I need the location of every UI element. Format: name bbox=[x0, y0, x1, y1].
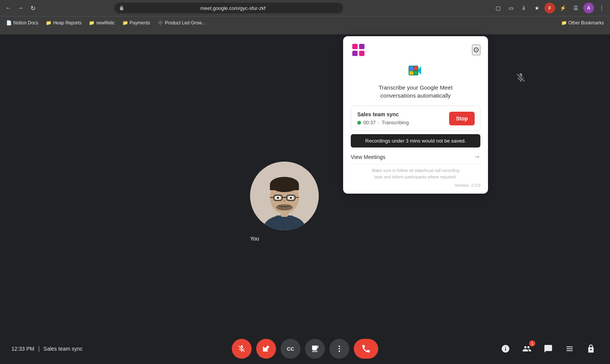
participants-badge: 1 bbox=[529, 340, 535, 346]
mute-indicator bbox=[515, 72, 526, 85]
sidebar-icon[interactable]: ☰ bbox=[570, 3, 581, 13]
info-button[interactable] bbox=[498, 341, 513, 356]
camera-button[interactable] bbox=[256, 339, 276, 359]
meeting-name-label: Sales team sync bbox=[43, 346, 83, 352]
bookmark-heap-reports[interactable]: 📁 Heap Reports bbox=[43, 19, 84, 27]
lock-icon bbox=[119, 5, 124, 11]
more-icon bbox=[335, 345, 344, 353]
captions-button[interactable]: CC bbox=[281, 339, 300, 359]
present-button[interactable] bbox=[305, 339, 325, 359]
meet-area: You ⚙ bbox=[0, 34, 610, 364]
svg-rect-18 bbox=[352, 51, 358, 56]
svg-point-15 bbox=[276, 204, 293, 210]
present-icon bbox=[311, 345, 319, 353]
recording-sep: · bbox=[378, 120, 380, 125]
recording-status-text: Transcribing bbox=[382, 120, 409, 125]
folder-icon: 📁 bbox=[561, 20, 567, 26]
profile-avatar[interactable]: A bbox=[583, 3, 594, 13]
popup-header: ⚙ bbox=[343, 36, 488, 62]
svg-rect-16 bbox=[352, 44, 358, 49]
mic-off-icon bbox=[515, 72, 526, 83]
svg-rect-25 bbox=[414, 71, 417, 75]
extension-icon-red[interactable]: F bbox=[544, 3, 555, 13]
forward-button[interactable]: → bbox=[15, 3, 26, 13]
recording-dot bbox=[357, 121, 361, 125]
user-video: You bbox=[250, 162, 319, 230]
end-call-button[interactable] bbox=[354, 339, 378, 359]
pip-icon[interactable]: ▭ bbox=[506, 3, 516, 13]
avatar-circle bbox=[250, 162, 319, 230]
time-display: 12:33 PM | Sales team sync bbox=[11, 345, 83, 352]
bookmark-payments-label: Payments bbox=[130, 20, 150, 26]
meet-icon-row bbox=[351, 62, 480, 79]
bookmark-notion-label: Notion Docs bbox=[13, 20, 38, 26]
other-bookmarks[interactable]: 📁 Other Bookmarks bbox=[558, 19, 607, 27]
svg-point-28 bbox=[339, 351, 340, 352]
screen-capture-icon[interactable]: ▢ bbox=[493, 3, 503, 13]
menu-icon[interactable]: ⋮ bbox=[596, 3, 607, 13]
popup-body: Transcribe your Google Meet conversation… bbox=[343, 62, 488, 194]
bookmark-heap-label: Heap Reports bbox=[53, 20, 81, 26]
svg-rect-24 bbox=[409, 71, 414, 75]
bookmark-product-led[interactable]: ➕ Product Led Grow... bbox=[154, 19, 208, 27]
info-icon bbox=[501, 344, 510, 353]
bookmark-payments[interactable]: 📁 Payments bbox=[119, 19, 153, 27]
google-meet-logo bbox=[407, 62, 424, 79]
svg-point-13 bbox=[277, 197, 279, 199]
svg-point-14 bbox=[290, 197, 292, 199]
svg-rect-19 bbox=[359, 51, 364, 56]
lock-button[interactable] bbox=[583, 341, 599, 356]
download-icon[interactable]: ⇓ bbox=[518, 3, 529, 13]
popup-logo bbox=[351, 42, 366, 58]
recording-time: 00:37 bbox=[363, 120, 376, 125]
legal-text: Make sure to follow all state/local call… bbox=[351, 164, 480, 181]
back-button[interactable]: ← bbox=[3, 3, 14, 13]
view-meetings-label: View Meetings bbox=[351, 154, 385, 160]
other-bookmarks-label: Other Bookmarks bbox=[568, 20, 604, 26]
browser-top: ← → ↻ meet.google.com/gyc-sfur-zkf ▢ ▭ ⇓… bbox=[0, 0, 610, 16]
bookmarks-bar: 📄 Notion Docs 📁 Heap Reports 📁 newRelic … bbox=[0, 16, 610, 29]
mic-button[interactable] bbox=[232, 339, 252, 359]
nav-buttons: ← → ↻ bbox=[3, 3, 38, 13]
bookmark-product-label: Product Led Grow... bbox=[165, 20, 205, 26]
star-icon[interactable]: ★ bbox=[531, 3, 542, 13]
arrow-icon: → bbox=[474, 153, 480, 161]
bottom-bar: 12:33 PM | Sales team sync CC bbox=[0, 334, 610, 364]
time-label: 12:33 PM bbox=[11, 346, 34, 352]
browser-icons: ▢ ▭ ⇓ ★ F ⚡ ☰ A ⋮ bbox=[493, 3, 607, 13]
notion-icon: 📄 bbox=[6, 20, 12, 26]
divider: | bbox=[38, 345, 40, 352]
chat-button[interactable] bbox=[541, 341, 556, 356]
activities-button[interactable] bbox=[562, 341, 577, 356]
address-bar[interactable]: meet.google.com/gyc-sfur-zkf bbox=[114, 3, 343, 13]
bookmark-new-relic[interactable]: 📁 newRelic bbox=[86, 19, 118, 27]
product-icon: ➕ bbox=[157, 20, 163, 26]
payments-icon: 📁 bbox=[122, 20, 128, 26]
recording-card: Sales team sync 00:37 · Transcribing Sto… bbox=[351, 106, 480, 131]
svg-point-27 bbox=[339, 348, 340, 350]
cam-off-icon bbox=[262, 345, 270, 353]
more-options-button[interactable] bbox=[329, 339, 349, 359]
controls-right: 1 bbox=[498, 341, 599, 356]
chat-icon bbox=[544, 344, 553, 353]
bookmark-newrelic-label: newRelic bbox=[96, 20, 115, 26]
end-call-icon bbox=[361, 344, 371, 354]
version-text: Version: 2.0.0 bbox=[351, 181, 480, 188]
svg-point-26 bbox=[339, 346, 340, 347]
heap-icon: 📁 bbox=[46, 20, 51, 26]
lock-icon bbox=[586, 344, 596, 353]
view-meetings-row[interactable]: View Meetings → bbox=[351, 148, 480, 164]
participants-button[interactable]: 1 bbox=[519, 341, 535, 356]
svg-rect-23 bbox=[414, 66, 417, 71]
bookmark-notion-docs[interactable]: 📄 Notion Docs bbox=[3, 19, 41, 27]
browser-chrome: ← → ↻ meet.google.com/gyc-sfur-zkf ▢ ▭ ⇓… bbox=[0, 0, 610, 34]
settings-button[interactable]: ⚙ bbox=[472, 45, 480, 55]
stop-button[interactable]: Stop bbox=[449, 112, 475, 125]
popup-title: Transcribe your Google Meet conversation… bbox=[351, 83, 480, 99]
puzzle-icon[interactable]: ⚡ bbox=[557, 3, 568, 13]
extension-popup: ⚙ Transcribe your Google Meet conversati… bbox=[343, 36, 488, 194]
svg-rect-17 bbox=[359, 44, 364, 49]
tooltip-box: Recordings under 3 mins would not be sav… bbox=[351, 134, 480, 148]
svg-rect-22 bbox=[409, 66, 414, 71]
refresh-button[interactable]: ↻ bbox=[27, 3, 38, 13]
